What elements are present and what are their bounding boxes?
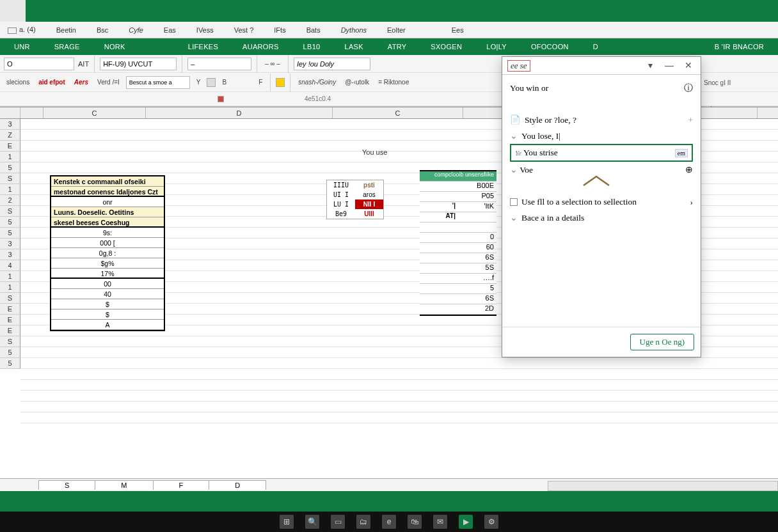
pane-row-0[interactable]: 📄 Style or ?loe, ? + [510, 112, 693, 128]
rb-0[interactable]: slecions [4, 78, 32, 86]
qa-item-4[interactable]: IVess [194, 25, 216, 35]
horizontal-scrollbar[interactable] [548, 481, 778, 491]
row-header[interactable]: 1 [0, 152, 20, 162]
sheet-tab-3[interactable]: D [209, 480, 266, 490]
rb-2[interactable]: Aers [72, 78, 91, 86]
taskbar-search-icon[interactable]: 🔍 [305, 515, 319, 529]
row-header[interactable]: 3 [0, 239, 20, 249]
qa-item-6[interactable]: IFts [271, 25, 288, 35]
row-header[interactable]: 2 [0, 195, 20, 206]
row-header[interactable]: 1 [0, 282, 20, 293]
col-header-c2[interactable]: C [333, 107, 463, 118]
tab-3[interactable]: LIFEKES [177, 40, 230, 53]
add-icon[interactable]: ⊕ [685, 164, 693, 175]
tab-2[interactable]: NORK [93, 40, 137, 53]
tab-10[interactable]: Ofocoon [520, 40, 580, 53]
ribbon-combo-3[interactable] [294, 58, 370, 70]
tab-0[interactable]: UNR [3, 40, 42, 53]
row-header[interactable]: E [0, 141, 20, 152]
row-header[interactable]: 4 [0, 260, 20, 271]
row-header[interactable]: 1 [0, 271, 20, 282]
qa-item-0[interactable]: Beetin [54, 25, 79, 35]
minimize-button[interactable]: — [662, 60, 676, 72]
row-header[interactable]: 5 [0, 347, 20, 358]
rb-3[interactable]: Verd /=I [95, 78, 122, 86]
rb-rikt[interactable]: = Riktonoe [376, 78, 411, 86]
qa-item-2[interactable]: Cyfe [126, 25, 146, 35]
rb-f[interactable]: F [256, 78, 265, 86]
row-header[interactable]: Z [0, 130, 20, 141]
taskbar-explorer-icon[interactable]: 🗂 [356, 515, 370, 529]
tab-5[interactable]: LB10 [292, 40, 332, 53]
rr-0: Snoc gI II [704, 79, 775, 86]
row-header[interactable]: E [0, 315, 20, 325]
row-header[interactable]: E [0, 304, 20, 315]
row-header[interactable]: S [0, 336, 20, 347]
row-header[interactable]: E [0, 325, 20, 336]
row-header[interactable]: 1 [0, 184, 20, 195]
pane-row-selected[interactable]: Ye You strise em [510, 144, 693, 162]
ribbon-dash[interactable]: – ∞ – [262, 59, 283, 68]
qa-item-8[interactable]: Dythons [338, 25, 369, 35]
tab-7[interactable]: Atry [376, 40, 418, 53]
taskbar-mail-icon[interactable]: ✉ [433, 515, 447, 529]
ribbon-combo-2[interactable] [187, 58, 251, 70]
taskbar-start-icon[interactable]: ⊞ [280, 515, 294, 529]
rb-utolk[interactable]: @-‹utolk [342, 78, 372, 86]
pane-row-5[interactable]: ⌄ Bace a in a details [510, 210, 693, 226]
sheet-tab-2[interactable]: F [153, 480, 210, 490]
chevron-right-icon[interactable]: › [690, 197, 694, 207]
rb-y[interactable]: Y [194, 78, 203, 86]
rb-b[interactable]: B [219, 78, 229, 86]
row-header[interactable]: 5 [0, 217, 20, 228]
qa-item-7[interactable]: Bats [304, 25, 323, 35]
col-header-d[interactable]: D [146, 107, 333, 118]
qa-item-3[interactable]: Eas [161, 25, 179, 35]
sheet-tab-1[interactable]: M [95, 480, 153, 490]
ribbon-icon[interactable] [207, 78, 216, 87]
qa-item-1[interactable]: Bsc [94, 25, 111, 35]
tab-9[interactable]: Lo|ly [475, 40, 518, 53]
select-all-cell[interactable] [0, 107, 20, 118]
ribbon-combo-1[interactable] [100, 58, 177, 70]
row-header[interactable]: S [0, 206, 20, 217]
col-header-first[interactable] [20, 107, 44, 118]
col-header-c[interactable]: C [44, 107, 146, 118]
row-header[interactable]: S [0, 293, 20, 304]
row-header[interactable]: S [0, 173, 20, 184]
tab-6[interactable]: LASK [333, 40, 374, 53]
name-box[interactable] [4, 58, 74, 70]
tab-4[interactable]: AUARORS [231, 40, 290, 53]
info-icon[interactable]: ⓘ [684, 82, 693, 94]
tab-1[interactable]: SRAGE [43, 40, 91, 53]
highlight-icon[interactable] [276, 78, 285, 87]
sheet-tab-0[interactable]: S [38, 480, 95, 490]
rb-search[interactable]: snash-/Goiny [296, 78, 338, 86]
qa-item-9[interactable]: Eolter [385, 25, 408, 35]
rb-1[interactable]: aid efpot [36, 78, 68, 86]
row-header[interactable]: 5 [0, 162, 20, 173]
ribbon-input-2[interactable] [126, 76, 190, 89]
pane-row-1[interactable]: ⌄ You lose, I| [510, 128, 693, 144]
qa-item-10[interactable]: Ees [449, 25, 466, 35]
pane-row-4[interactable]: Use fll to a selection to sellection › [510, 194, 693, 210]
taskbar-edge-icon[interactable]: e [382, 515, 396, 529]
row-header[interactable]: 5 [0, 358, 20, 369]
tab-right[interactable]: B 'ir bNacor [703, 40, 775, 53]
tab-11[interactable]: D [582, 40, 610, 53]
pane-primary-button[interactable]: Uge n Oe ng) [630, 334, 694, 350]
mini-table: IIIUpstiUI IarosLU INII IBe9UIII [326, 180, 384, 219]
row-header[interactable]: 3 [0, 249, 20, 260]
taskbar-excel-icon[interactable]: ▶ [459, 515, 473, 529]
plus-icon[interactable]: + [688, 115, 693, 125]
taskbar-settings-icon[interactable]: ⚙ [484, 515, 498, 529]
taskbar-store-icon[interactable]: 🛍 [408, 515, 422, 529]
row-header[interactable]: 5 [0, 228, 20, 239]
close-button[interactable]: ✕ [681, 60, 695, 72]
row-header[interactable]: 3 [0, 119, 20, 130]
qa-item-5[interactable]: Vest ? [232, 25, 257, 35]
taskbar-taskview-icon[interactable]: ▭ [331, 515, 345, 529]
checkbox-icon[interactable] [510, 198, 518, 206]
tab-8[interactable]: Sxogen [419, 40, 473, 53]
dropdown-button[interactable]: ▾ [643, 60, 657, 72]
